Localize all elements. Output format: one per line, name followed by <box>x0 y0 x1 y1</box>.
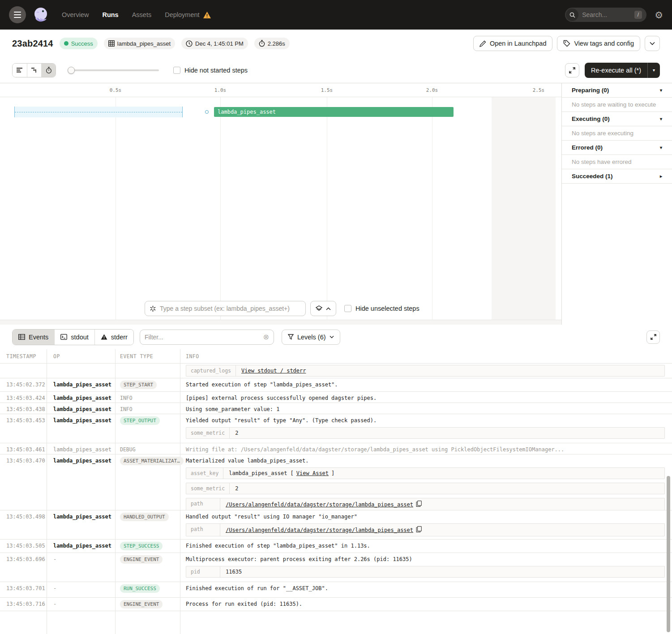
metadata-entry: path/Users/alangenfeld/data/dagster/stor… <box>186 498 665 510</box>
event-row[interactable]: 13:45:03.701-RUN_SUCCESSFinished executi… <box>0 582 672 598</box>
metadata-link[interactable]: View Asset <box>296 470 329 476</box>
event-info: Finished execution of run for "__ASSET_J… <box>180 582 672 597</box>
event-info: Writing file at: /Users/alangenfeld/data… <box>180 443 672 454</box>
step-subset-input[interactable] <box>160 305 301 312</box>
event-row[interactable]: 13:45:03.470lambda_pipes_assetASSET_MATE… <box>0 454 672 510</box>
copy-icon[interactable] <box>416 526 422 534</box>
event-row[interactable]: 13:45:03.505lambda_pipes_assetSTEP_SUCCE… <box>0 540 672 553</box>
levels-dropdown-button[interactable]: Levels (6) <box>282 330 340 345</box>
settings-gear-icon[interactable]: ⚙ <box>655 10 663 20</box>
metadata-entry: pid11635 <box>186 566 665 578</box>
view-timed-button[interactable] <box>41 64 56 77</box>
hamburger-menu-button[interactable] <box>9 6 26 23</box>
event-row[interactable]: 13:45:03.696-ENGINE_EVENTMultiprocess ex… <box>0 553 672 582</box>
event-row[interactable]: captured_logsView stdout / stderr <box>0 364 672 378</box>
events-table-body: captured_logsView stdout / stderr13:45:0… <box>0 364 672 634</box>
reexecute-dropdown-button[interactable]: ▾ <box>647 63 660 78</box>
op-selector-button[interactable] <box>310 301 336 316</box>
nav-item-assets[interactable]: Assets <box>132 11 152 18</box>
job-name-badge[interactable]: lambda_pipes_asset <box>104 38 175 49</box>
event-type: ENGINE_EVENT <box>116 553 180 582</box>
panel-section-errored[interactable]: Errored (0)▾ <box>562 141 672 155</box>
log-filter-input[interactable] <box>145 334 263 341</box>
step-subset-input-wrap <box>145 301 306 316</box>
event-timestamp: 13:45:03.701 <box>0 582 47 597</box>
panel-section-succeeded[interactable]: Succeeded (1)▸ <box>562 169 672 184</box>
gantt-toolbar: Hide not started steps Re-execute all (*… <box>0 57 672 83</box>
global-search[interactable]: Search... / <box>565 8 646 22</box>
view-tags-config-button[interactable]: View tags and config <box>557 36 640 51</box>
top-navbar: Overview Runs Assets Deployment Search..… <box>0 0 672 30</box>
axis-tick-label: 1.5s <box>321 87 333 93</box>
metadata-link[interactable]: /Users/alangenfeld/data/dagster/storage/… <box>226 501 413 508</box>
view-waterfall-button[interactable] <box>27 64 41 77</box>
log-tabs: Events stdout stderr <box>12 329 134 345</box>
metadata-link[interactable]: /Users/alangenfeld/data/dagster/storage/… <box>226 527 413 533</box>
event-row[interactable]: 13:45:03.716-ENGINE_EVENTProcess for run… <box>0 598 672 611</box>
gantt-fullscreen-button[interactable] <box>565 63 579 77</box>
copy-icon[interactable] <box>416 501 422 508</box>
event-row[interactable]: 13:45:03.424lambda_pipes_assetINFO[pipes… <box>0 392 672 403</box>
open-in-launchpad-button[interactable]: Open in Launchpad <box>473 36 553 51</box>
gantt-step-bar[interactable]: lambda_pipes_asset <box>214 107 454 117</box>
metadata-label: captured_logs <box>186 365 236 376</box>
hide-unselected-checkbox[interactable] <box>344 305 351 312</box>
hide-not-started-label: Hide not started steps <box>184 67 248 74</box>
metadata-link[interactable]: View stdout / stderr <box>241 368 306 374</box>
event-type: RUN_SUCCESS <box>116 582 180 597</box>
event-timestamp: 13:45:03.716 <box>0 598 47 611</box>
metadata-label: some_metric <box>186 483 230 494</box>
event-type: DEBUG <box>116 443 180 454</box>
tab-stdout[interactable]: stdout <box>54 330 94 345</box>
metadata-value: View stdout / stderr <box>236 365 312 376</box>
events-scrollbar[interactable] <box>667 476 670 632</box>
view-flat-button[interactable] <box>13 64 27 77</box>
pipes-marker-icon <box>205 110 209 114</box>
gridline <box>116 97 116 320</box>
event-row[interactable]: 13:45:03.498lambda_pipes_assetHANDLED_OU… <box>0 510 672 540</box>
dagster-logo-icon[interactable] <box>31 5 50 24</box>
panel-empty-message: No steps are waiting to execute <box>562 98 672 112</box>
event-info: Yielded output "result" of type "Any". (… <box>180 414 672 443</box>
gantt-zoom-slider[interactable] <box>68 67 159 74</box>
event-op: - <box>47 582 116 597</box>
layers-icon <box>316 305 322 312</box>
clear-filter-icon[interactable]: ⊗ <box>263 333 269 341</box>
event-row[interactable]: 13:45:03.453lambda_pipes_assetSTEP_OUTPU… <box>0 414 672 443</box>
metadata-entry: some_metric2 <box>186 427 665 439</box>
event-op: lambda_pipes_asset <box>47 403 116 414</box>
event-timestamp: 13:45:03.424 <box>0 392 47 403</box>
nav-item-deployment[interactable]: Deployment <box>165 11 199 18</box>
gridline <box>432 97 432 320</box>
waiting-period-box <box>14 107 183 117</box>
event-op: lambda_pipes_asset <box>47 414 116 443</box>
event-row[interactable]: 13:45:03.438lambda_pipes_assetINFOUsing … <box>0 403 672 414</box>
gantt-chart: 0.5s1.0s1.5s2.0s2.5s lambda_pipes_asset <box>0 83 562 325</box>
metadata-label: asset_key <box>186 468 223 479</box>
event-row[interactable]: 13:45:03.461lambda_pipes_assetDEBUGWriti… <box>0 443 672 454</box>
nav-item-runs[interactable]: Runs <box>102 11 118 18</box>
deployment-warning-icon <box>203 12 211 18</box>
metadata-value: lambda_pipes_asset [View Asset] <box>223 468 340 479</box>
event-op: lambda_pipes_asset <box>47 510 116 539</box>
events-fullscreen-button[interactable] <box>646 330 660 344</box>
nav-item-overview[interactable]: Overview <box>62 11 89 18</box>
gantt-time-axis: 0.5s1.0s1.5s2.0s2.5s <box>0 83 561 97</box>
tab-events[interactable]: Events <box>13 330 54 345</box>
panel-section-executing[interactable]: Executing (0)▾ <box>562 112 672 126</box>
col-header-event-type: EVENT TYPE <box>116 349 180 363</box>
run-actions-dropdown-button[interactable] <box>645 36 660 51</box>
col-header-info: INFO <box>180 349 672 363</box>
slider-knob[interactable] <box>68 67 75 74</box>
reexecute-all-button[interactable]: Re-execute all (*) <box>585 67 647 74</box>
metadata-label: pid <box>186 566 220 577</box>
event-info: [pipes] external process successfully op… <box>180 392 672 403</box>
tab-stderr[interactable]: stderr <box>94 330 133 345</box>
panel-section-preparing[interactable]: Preparing (0)▾ <box>562 83 672 98</box>
event-timestamp: 13:45:03.696 <box>0 553 47 582</box>
event-row[interactable]: 13:45:02.372lambda_pipes_assetSTEP_START… <box>0 378 672 392</box>
hide-not-started-checkbox[interactable] <box>173 67 180 74</box>
gantt-area: 0.5s1.0s1.5s2.0s2.5s lambda_pipes_asset <box>0 83 672 325</box>
stopwatch-icon <box>259 40 265 47</box>
search-icon <box>566 9 578 21</box>
